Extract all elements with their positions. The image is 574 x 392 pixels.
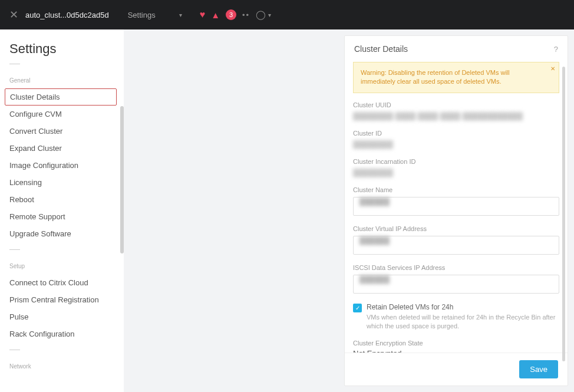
content-area: Cluster Details ? Warning: Disabling the… bbox=[124, 29, 574, 392]
field-cluster-uuid: Cluster UUID ████████-████-████-████-███… bbox=[353, 101, 559, 120]
help-icon[interactable]: ? bbox=[554, 45, 558, 54]
retain-deleted-vms-row: ✓ Retain Deleted VMs for 24h VMs when de… bbox=[353, 303, 559, 331]
field-label: Cluster ID bbox=[353, 130, 559, 137]
field-label: Cluster Virtual IP Address bbox=[353, 225, 559, 232]
sidebar-item-cluster-details[interactable]: Cluster Details bbox=[5, 88, 117, 106]
field-cluster-name: Cluster Name ██████ bbox=[353, 186, 559, 216]
sidebar-item-remote-support[interactable]: Remote Support bbox=[9, 208, 114, 225]
dots-icon[interactable]: •• bbox=[242, 11, 250, 19]
settings-dropdown-label: Settings bbox=[128, 11, 156, 19]
retain-description: VMs when deleted will be retained for 24… bbox=[367, 313, 559, 331]
warning-text: Warning: Disabling the retention of Dele… bbox=[361, 69, 510, 85]
chevron-down-icon: ▾ bbox=[179, 12, 182, 18]
section-general-label: General bbox=[9, 77, 114, 84]
field-label: Cluster UUID bbox=[353, 101, 559, 108]
status-circle-icon[interactable]: ◯ ▾ bbox=[256, 9, 271, 20]
sidebar-item-pulse[interactable]: Pulse bbox=[9, 308, 114, 325]
warning-close-icon[interactable]: ✕ bbox=[550, 65, 555, 73]
sidebar-item-licensing[interactable]: Licensing bbox=[9, 174, 114, 191]
sidebar-item-convert-cluster[interactable]: Convert Cluster bbox=[9, 123, 114, 140]
panel-scrollbar[interactable] bbox=[562, 67, 565, 361]
sidebar-item-image-configuration[interactable]: Image Configuration bbox=[9, 157, 114, 174]
topbar-icons: ♥ ▲ 3 •• ◯ ▾ bbox=[200, 9, 271, 20]
encryption-label: Cluster Encryption State bbox=[353, 340, 559, 347]
divider bbox=[9, 350, 20, 350]
field-value: ████████ bbox=[353, 169, 559, 177]
panel-header: Cluster Details ? bbox=[345, 36, 568, 62]
cluster-name-input[interactable]: ██████ bbox=[353, 197, 559, 216]
sidebar-item-expand-cluster[interactable]: Expand Cluster bbox=[9, 140, 114, 157]
field-label: ISCSI Data Services IP Address bbox=[353, 264, 559, 271]
panel-title: Cluster Details bbox=[354, 44, 408, 54]
heart-icon[interactable]: ♥ bbox=[200, 9, 206, 20]
section-setup-label: Setup bbox=[9, 263, 114, 269]
field-value: ████████-████-████-████-████████████ bbox=[353, 112, 559, 120]
bell-icon[interactable]: ▲ bbox=[211, 10, 220, 20]
field-incarnation-id: Cluster Incarnation ID ████████ bbox=[353, 158, 559, 177]
field-cluster-id: Cluster ID ████████ bbox=[353, 130, 559, 149]
sidebar-item-connect-citrix[interactable]: Connect to Citrix Cloud bbox=[9, 274, 114, 291]
section-network-label: Network bbox=[9, 363, 114, 370]
cluster-details-panel: Cluster Details ? Warning: Disabling the… bbox=[344, 35, 568, 386]
sidebar-item-upgrade-software[interactable]: Upgrade Software bbox=[9, 225, 114, 242]
retain-label: Retain Deleted VMs for 24h bbox=[367, 303, 559, 311]
field-label: Cluster Incarnation ID bbox=[353, 158, 559, 165]
encryption-value: Not Encrypted bbox=[353, 349, 559, 353]
cluster-name-label: auto_clust...0d5dc2ad5d bbox=[25, 11, 109, 19]
sidebar-item-prism-central[interactable]: Prism Central Registration bbox=[9, 291, 114, 308]
field-label: Cluster Name bbox=[353, 186, 559, 193]
sidebar-item-reboot[interactable]: Reboot bbox=[9, 191, 114, 208]
page-title: Settings bbox=[9, 41, 114, 57]
sidebar-item-rack-config[interactable]: Rack Configuration bbox=[9, 325, 114, 342]
panel-footer: Save bbox=[345, 353, 568, 386]
iscsi-ip-input[interactable]: ██████ bbox=[353, 275, 559, 294]
settings-dropdown[interactable]: Settings ▾ bbox=[128, 11, 182, 19]
warning-banner: Warning: Disabling the retention of Dele… bbox=[353, 62, 559, 93]
main-area: Settings General Cluster Details Configu… bbox=[0, 29, 574, 392]
close-icon[interactable]: ✕ bbox=[9, 8, 18, 21]
virtual-ip-input[interactable]: ██████ bbox=[353, 236, 559, 255]
field-iscsi-ip: ISCSI Data Services IP Address ██████ bbox=[353, 264, 559, 294]
save-button[interactable]: Save bbox=[519, 360, 558, 378]
field-value: ████████ bbox=[353, 140, 559, 149]
field-virtual-ip: Cluster Virtual IP Address ██████ bbox=[353, 225, 559, 255]
field-encryption: Cluster Encryption State Not Encrypted bbox=[353, 340, 559, 353]
sidebar-item-configure-cvm[interactable]: Configure CVM bbox=[9, 106, 114, 123]
divider bbox=[9, 249, 20, 250]
sidebar: Settings General Cluster Details Configu… bbox=[0, 29, 124, 392]
top-bar: ✕ auto_clust...0d5dc2ad5d Settings ▾ ♥ ▲… bbox=[0, 0, 574, 29]
alert-badge[interactable]: 3 bbox=[226, 9, 236, 20]
retain-checkbox[interactable]: ✓ bbox=[353, 304, 362, 312]
divider bbox=[9, 64, 20, 64]
panel-body: Warning: Disabling the retention of Dele… bbox=[345, 62, 568, 353]
